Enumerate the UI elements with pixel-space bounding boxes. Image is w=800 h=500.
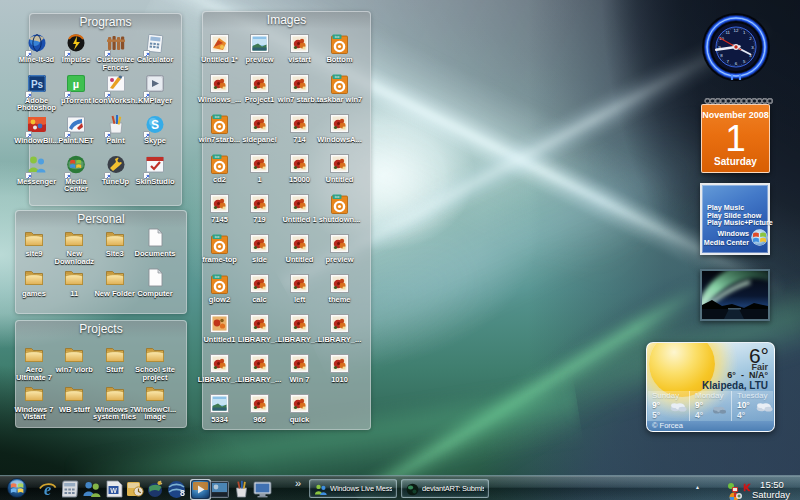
svg-text:11: 11 xyxy=(725,30,730,35)
svg-text:ico: ico xyxy=(335,195,340,199)
svg-text:ico: ico xyxy=(215,115,220,119)
svg-text:ico: ico xyxy=(335,35,340,39)
svg-text:W: W xyxy=(110,487,117,494)
svg-text:e: e xyxy=(44,480,51,497)
svg-text:8: 8 xyxy=(180,488,185,498)
svg-text:ico: ico xyxy=(215,275,220,279)
svg-text:S: S xyxy=(151,118,159,132)
svg-text:ico: ico xyxy=(215,235,220,239)
svg-text:ico: ico xyxy=(335,75,340,79)
svg-text:µ: µ xyxy=(73,78,79,90)
svg-text:Ps: Ps xyxy=(30,79,43,90)
svg-text:12: 12 xyxy=(734,28,739,33)
svg-text:ico: ico xyxy=(215,155,220,159)
